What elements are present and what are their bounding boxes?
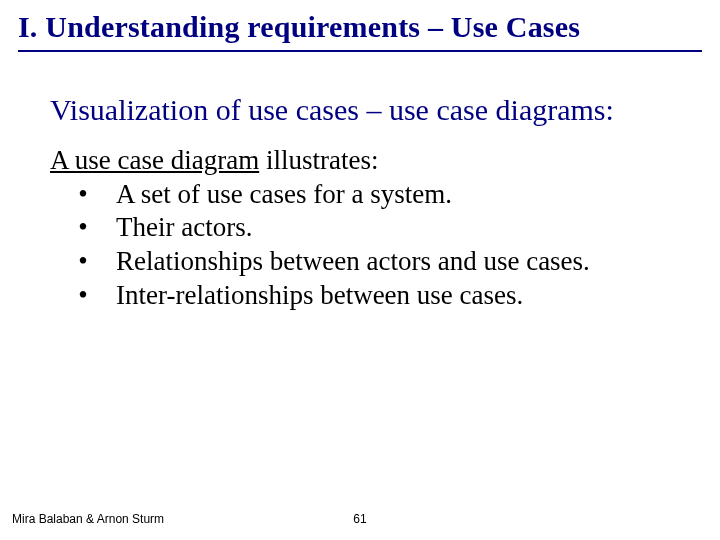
- bullet-dot: •: [50, 178, 116, 212]
- lead-rest: illustrates:: [259, 145, 378, 175]
- lead-line: A use case diagram illustrates:: [50, 145, 682, 176]
- footer-authors: Mira Balaban & Arnon Sturm: [12, 512, 164, 526]
- bullet-text: A set of use cases for a system.: [116, 178, 452, 212]
- list-item: •Their actors.: [50, 211, 682, 245]
- lead-underlined: A use case diagram: [50, 145, 259, 175]
- bullet-dot: •: [50, 279, 116, 313]
- bullet-text: Relationships between actors and use cas…: [116, 245, 590, 279]
- bullet-dot: •: [50, 211, 116, 245]
- section-subtitle: Visualization of use cases – use case di…: [50, 92, 682, 129]
- slide: I. Understanding requirements – Use Case…: [0, 0, 720, 540]
- list-item: •Inter-relationships between use cases.: [50, 279, 682, 313]
- page-title: I. Understanding requirements – Use Case…: [18, 10, 702, 44]
- content-area: Visualization of use cases – use case di…: [18, 92, 702, 313]
- bullet-dot: •: [50, 245, 116, 279]
- title-rule: [18, 50, 702, 52]
- list-item: •Relationships between actors and use ca…: [50, 245, 682, 279]
- bullet-text: Their actors.: [116, 211, 252, 245]
- bullet-text: Inter-relationships between use cases.: [116, 279, 523, 313]
- list-item: •A set of use cases for a system.: [50, 178, 682, 212]
- footer-page-number: 61: [353, 512, 366, 526]
- bullet-list: •A set of use cases for a system. •Their…: [50, 178, 682, 313]
